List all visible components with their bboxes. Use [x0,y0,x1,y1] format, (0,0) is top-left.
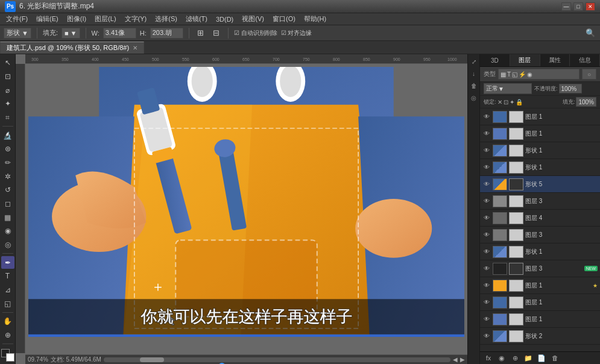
patch-tool[interactable]: ⊛ [1,143,14,155]
lock-icon3[interactable]: ✦ [510,99,514,105]
layer-item[interactable]: 👁 图层 1 ★ [480,277,600,294]
layer-item[interactable]: 👁 形状 2 [480,328,600,345]
layer-visibility-toggle[interactable]: 👁 [482,197,491,206]
tab-3d[interactable]: 3D [480,54,510,66]
clone-tool[interactable]: ✲ [1,170,14,183]
menu-item-v[interactable]: 视图(V) [238,13,268,25]
width-input[interactable] [103,28,136,39]
layer-visibility-toggle[interactable]: 👁 [482,146,491,155]
lasso-tool[interactable]: ⌀ [1,84,14,96]
tab-close-button[interactable]: ✕ [133,45,137,51]
fill-input[interactable]: 100% [576,97,596,107]
layer-visibility-toggle[interactable]: 👁 [482,298,491,307]
filter-icon1[interactable]: ▦ [501,71,506,78]
lock-icon2[interactable]: ⊡ [504,99,508,105]
canvas-scrollbar-thumb[interactable] [140,357,164,362]
layer-item-selected[interactable]: 👁 形状 5 [480,176,600,193]
layer-group-button[interactable]: 📁 [523,354,533,362]
tab-layers[interactable]: 图层 [510,54,540,66]
layer-item[interactable]: 👁 图层 3 [480,227,600,243]
dodge-tool[interactable]: ◎ [1,239,14,251]
shape-tool[interactable]: ◱ [1,297,14,310]
type-tool[interactable]: T [1,270,14,283]
zoom-tool[interactable]: ⊕ [1,329,14,342]
filter-icon4[interactable]: ⚡ [519,71,526,78]
gradient-tool[interactable]: ▦ [1,211,14,224]
hand-tool[interactable]: ✋ [1,315,14,328]
layer-visibility-toggle[interactable]: 👁 [482,248,491,256]
layer-item[interactable]: 👁 图层 1 [480,125,600,142]
fx-button[interactable]: fx [484,354,493,362]
move-tool[interactable]: ↖ [1,57,14,69]
menu-item-i[interactable]: 图像(I) [63,13,90,25]
filter-toggle[interactable]: ○ [582,69,596,80]
scroll-arrows[interactable]: ◀ [453,356,458,363]
tab-properties[interactable]: 属性 [540,54,570,66]
layer-item[interactable]: 👁 图层 3 NEW [480,260,600,277]
layer-visibility-toggle[interactable]: 👁 [482,113,491,121]
menu-item-e[interactable]: 编辑(E) [33,13,62,25]
download-icon[interactable]: ↓ [469,69,479,78]
layer-visibility-toggle[interactable]: 👁 [482,180,491,189]
opacity-input[interactable]: 100% [559,84,582,93]
align2-icon[interactable]: ⊟ [210,27,223,39]
layer-item[interactable]: 👁 形状 1 [480,159,600,176]
filter-icon3[interactable]: ◱ [512,71,517,78]
layer-item[interactable]: 👁 图层 4 [480,210,600,227]
filter-icon5[interactable]: ◉ [527,71,532,78]
layer-visibility-toggle[interactable]: 👁 [482,214,491,222]
tab-info[interactable]: 信息 [570,54,600,66]
color-swatch[interactable] [1,349,14,362]
layer-visibility-toggle[interactable]: 👁 [482,332,491,340]
background-color[interactable] [6,353,14,362]
layer-visibility-toggle[interactable]: 👁 [482,315,491,324]
layer-item[interactable]: 👁 图层 1 [480,294,600,311]
menu-item-t[interactable]: 滤镜(T) [182,13,211,25]
layer-visibility-toggle[interactable]: 👁 [482,163,491,172]
pen-tool[interactable]: ✒ [1,256,14,269]
delete-icon[interactable]: 🗑 [469,81,479,90]
eraser-tool[interactable]: ◻ [1,198,14,210]
target-icon[interactable]: ◎ [469,93,479,102]
menu-item-y[interactable]: 文字(Y) [121,13,151,25]
layer-item[interactable]: 👁 形状 1 [480,142,600,159]
scroll-arrows-right[interactable]: ▶ [460,356,465,363]
search-icon[interactable]: 🔍 [584,27,596,39]
layer-item[interactable]: 👁 形状 1 [480,243,600,260]
lock-icon4[interactable]: 🔒 [516,99,523,105]
menu-item-l[interactable]: 图层(L) [91,13,119,25]
path-tool[interactable]: ⊿ [1,284,14,297]
layer-item[interactable]: 👁 图层 1 [480,108,600,125]
menu-item-f[interactable]: 文件(F) [2,13,31,25]
layer-visibility-toggle[interactable]: 👁 [482,281,491,290]
canvas-scrollbar-track[interactable] [104,357,450,362]
layer-item[interactable]: 👁 图层 3 [480,193,600,210]
canvas-content[interactable]: 你就可以先在这样子再这样子 [25,64,467,340]
fill-dropdown[interactable]: ■ ▼ [62,28,80,39]
document-tab[interactable]: 建筑工人.psd @ 109% (形状 50, RGB/8#) ✕ [0,42,144,54]
marquee-tool[interactable]: ⊡ [1,71,14,83]
crop-tool[interactable]: ⌗ [1,111,14,124]
menu-item-h[interactable]: 帮助(H) [300,13,330,25]
layer-mask-button[interactable]: ◉ [497,354,507,362]
layer-item[interactable]: 👁 图层 1 [480,311,600,328]
menu-item-o[interactable]: 窗口(O) [269,13,299,25]
blur-tool[interactable]: ◉ [1,225,14,237]
layer-visibility-toggle[interactable]: 👁 [482,265,491,273]
maximize-button[interactable]: □ [573,2,583,11]
lock-icon1[interactable]: ✕ [497,99,502,105]
adjustment-layer-button[interactable]: ⊕ [510,354,520,362]
align-icon[interactable]: ⊞ [195,27,207,39]
blend-mode-dropdown[interactable]: 正常 ▼ [484,83,532,94]
delete-layer-button[interactable]: 🗑 [550,354,560,362]
close-button[interactable]: ✕ [586,2,595,11]
menu-item-dd[interactable]: 3D(D) [212,14,237,24]
share-icon[interactable]: ⤢ [469,57,479,66]
layer-visibility-toggle[interactable]: 👁 [482,130,491,138]
magic-wand-tool[interactable]: ✦ [1,98,14,110]
eyedropper-tool[interactable]: 🔬 [1,129,14,142]
history-brush-tool[interactable]: ↺ [1,184,14,196]
layers-list[interactable]: 👁 图层 1 👁 图层 1 👁 形状 1 👁 形状 [480,108,600,351]
brush-tool[interactable]: ✏ [1,157,14,169]
minimize-button[interactable]: — [561,2,571,11]
